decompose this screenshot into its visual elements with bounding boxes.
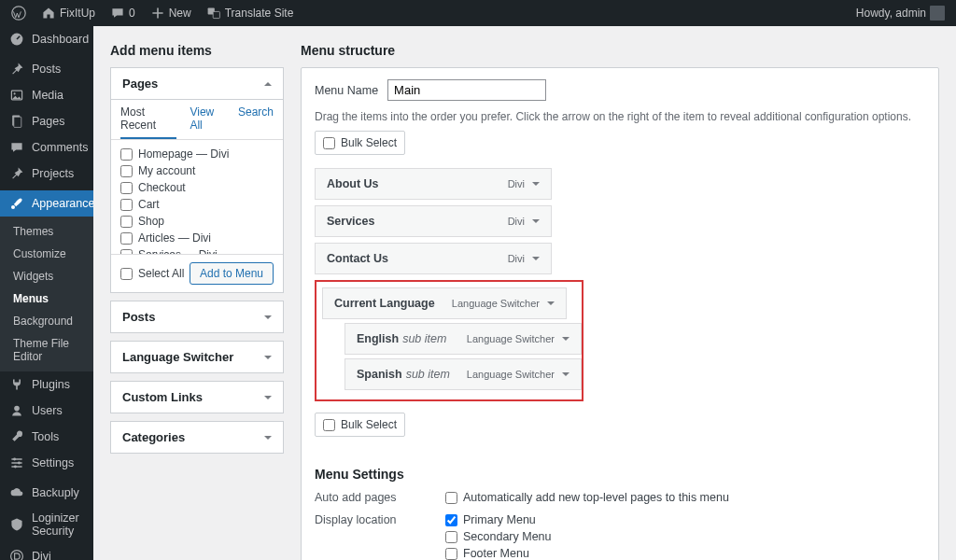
chevron-down-icon	[562, 337, 569, 341]
panel-lang-header[interactable]: Language Switcher	[111, 342, 283, 372]
sub-customize[interactable]: Customize	[0, 243, 93, 265]
comment-icon	[9, 140, 24, 155]
tab-most-recent[interactable]: Most Recent	[120, 105, 176, 139]
nav-projects[interactable]: Projects	[0, 161, 93, 187]
nav-backuply[interactable]: Backuply	[0, 480, 93, 506]
menu-name-input[interactable]	[387, 79, 546, 101]
sub-widgets[interactable]: Widgets	[0, 265, 93, 287]
panel-categories: Categories	[110, 421, 284, 454]
nav-plugins[interactable]: Plugins	[0, 371, 93, 398]
page-row[interactable]: Homepage — Divi	[120, 146, 274, 162]
menu-item[interactable]: ServicesDivi	[315, 205, 552, 237]
chevron-up-icon	[264, 82, 272, 86]
nav-pages[interactable]: Pages	[0, 108, 93, 134]
media-icon	[9, 88, 24, 103]
chevron-down-icon	[264, 315, 272, 319]
nav-comments[interactable]: Comments	[0, 134, 93, 161]
page-checkbox[interactable]	[120, 182, 133, 194]
panel-custom-links: Custom Links	[110, 381, 284, 413]
tab-view-all[interactable]: View All	[190, 105, 225, 139]
menu-item-english[interactable]: Englishsub itemLanguage Switcher	[344, 323, 582, 355]
panel-categories-header[interactable]: Categories	[111, 422, 283, 453]
admin-sidebar: Dashboard Posts Media Pages Comments Pro…	[0, 26, 93, 560]
nav-appearance[interactable]: Appearance	[0, 190, 93, 217]
bulk-select-bottom[interactable]: Bulk Select	[315, 413, 405, 437]
page-icon	[9, 114, 24, 129]
panel-custom-header[interactable]: Custom Links	[111, 382, 283, 413]
dashboard-icon	[9, 32, 24, 47]
nav-tools[interactable]: Tools	[0, 424, 93, 450]
panel-language-switcher: Language Switcher	[110, 341, 284, 373]
nav-settings[interactable]: Settings	[0, 450, 93, 476]
page-row[interactable]: Cart	[120, 196, 274, 213]
page-checkbox[interactable]	[120, 232, 133, 245]
wrench-icon	[9, 429, 24, 444]
sub-menus[interactable]: Menus	[0, 287, 93, 310]
loc-secondary[interactable]: Secondary Menu	[445, 530, 552, 543]
chevron-down-icon	[264, 436, 272, 440]
chevron-down-icon	[547, 301, 555, 305]
user-icon	[9, 403, 24, 418]
select-all-checkbox[interactable]	[120, 268, 133, 280]
new-link[interactable]: New	[150, 6, 191, 21]
panel-pages: Pages Most Recent View All Search Homepa…	[110, 67, 284, 293]
chevron-down-icon	[532, 182, 540, 186]
sub-theme-editor[interactable]: Theme File Editor	[0, 332, 93, 368]
svg-point-5	[14, 92, 16, 94]
bulk-checkbox[interactable]	[323, 419, 335, 431]
pin-icon	[9, 62, 24, 77]
page-row[interactable]: Checkout	[120, 179, 274, 196]
nav-divi[interactable]: Divi	[0, 543, 93, 560]
menu-item[interactable]: About UsDivi	[315, 168, 552, 200]
chevron-down-icon	[532, 257, 540, 260]
highlighted-group: Current LanguageLanguage Switcher Englis…	[315, 280, 583, 401]
main-content: Add menu items Pages Most Recent View Al…	[93, 26, 956, 560]
menu-item-current-language[interactable]: Current LanguageLanguage Switcher	[322, 287, 567, 319]
menu-item[interactable]: Contact UsDivi	[315, 243, 552, 274]
add-items-heading: Add menu items	[110, 43, 284, 58]
bulk-checkbox[interactable]	[323, 137, 335, 149]
site-link[interactable]: FixItUp	[41, 6, 95, 21]
nav-loginizer[interactable]: Loginizer Security	[0, 506, 93, 543]
page-checkbox[interactable]	[120, 165, 133, 177]
svg-point-9	[14, 406, 20, 412]
panel-posts-header[interactable]: Posts	[111, 301, 283, 332]
page-checkbox[interactable]	[120, 148, 133, 161]
menu-item-spanish[interactable]: Spanishsub itemLanguage Switcher	[344, 358, 582, 390]
loc-primary[interactable]: Primary Menu	[445, 513, 552, 526]
page-row[interactable]: Articles — Divi	[120, 230, 274, 246]
page-row[interactable]: Services — Divi	[120, 246, 274, 254]
nav-posts[interactable]: Posts	[0, 56, 93, 82]
page-row[interactable]: Shop	[120, 213, 274, 230]
svg-point-10	[13, 458, 16, 461]
home-icon	[41, 6, 56, 21]
comments-link[interactable]: 0	[110, 6, 135, 21]
page-checkbox[interactable]	[120, 199, 133, 211]
add-to-menu-button[interactable]: Add to Menu	[190, 262, 274, 285]
svg-rect-7	[14, 117, 21, 127]
translate-link[interactable]: Translate Site	[206, 6, 294, 21]
page-checkbox[interactable]	[120, 216, 133, 228]
sub-background[interactable]: Background	[0, 310, 93, 332]
select-all[interactable]: Select All	[120, 267, 184, 280]
translate-icon	[206, 6, 221, 21]
user-greeting[interactable]: Howdy, admin	[856, 6, 945, 21]
page-checkbox[interactable]	[120, 249, 133, 255]
tab-search[interactable]: Search	[238, 105, 274, 139]
loc-footer[interactable]: Footer Menu	[445, 547, 552, 560]
nav-users[interactable]: Users	[0, 398, 93, 424]
structure-box: Menu Name Drag the items into the order …	[301, 67, 939, 560]
bulk-select-top[interactable]: Bulk Select	[315, 131, 405, 155]
auto-add-option[interactable]: Automatically add new top-level pages to…	[445, 491, 729, 504]
page-list[interactable]: Homepage — Divi My account Checkout Cart…	[111, 140, 283, 254]
wp-logo[interactable]	[11, 6, 26, 21]
page-row[interactable]: My account	[120, 162, 274, 179]
chevron-down-icon	[562, 372, 569, 376]
wordpress-icon	[11, 6, 26, 21]
plug-icon	[9, 377, 24, 392]
nav-dashboard[interactable]: Dashboard	[0, 26, 93, 52]
sub-themes[interactable]: Themes	[0, 220, 93, 243]
chevron-down-icon	[264, 396, 272, 399]
panel-pages-header[interactable]: Pages	[111, 68, 283, 99]
nav-media[interactable]: Media	[0, 82, 93, 108]
